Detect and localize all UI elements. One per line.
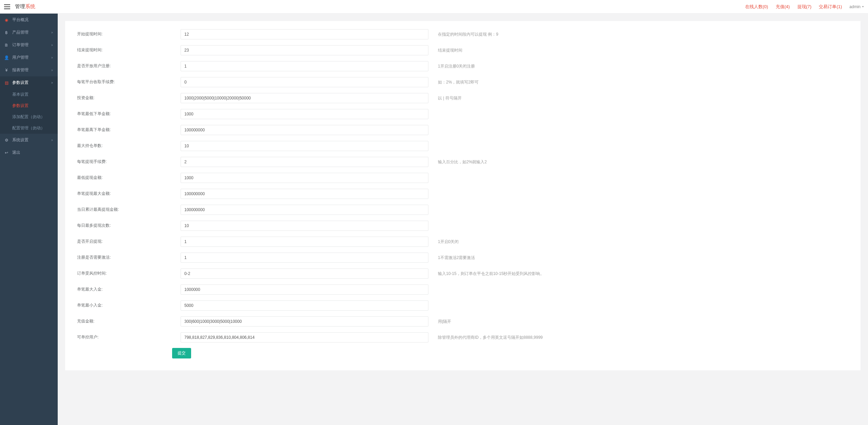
sidebar-item-6[interactable]: ⚙系统设置 <box>0 134 58 146</box>
form-input-3[interactable] <box>181 77 428 87</box>
form-input-4[interactable] <box>181 93 428 103</box>
form-label: 可单控用户: <box>77 332 181 340</box>
form-hint <box>428 284 438 287</box>
form-label: 结束提现时间: <box>77 45 181 53</box>
form-label: 每笔平台收取手续费: <box>77 77 181 85</box>
form-label: 每日最多提现次数: <box>77 221 181 228</box>
form-input-8[interactable] <box>181 157 428 167</box>
form-input-7[interactable] <box>181 141 428 151</box>
sidebar-sub-item-3[interactable]: 配置管理（勿动） <box>0 123 58 134</box>
user-menu[interactable]: admin <box>849 4 864 9</box>
form-input-19[interactable] <box>181 332 428 343</box>
form-row-18: 充值金额:用|隔开 <box>77 314 849 329</box>
form-input-5[interactable] <box>181 109 428 119</box>
form-label: 开始提现时间: <box>77 29 181 37</box>
form-row-13: 是否开启提现:1开启0关闭 <box>77 235 849 249</box>
form-label: 最低提现金额: <box>77 173 181 181</box>
form-input-12[interactable] <box>181 221 428 231</box>
form-input-2[interactable] <box>181 61 428 71</box>
form-label: 订单受风控时间: <box>77 269 181 276</box>
form-row-4: 投资金额:以 | 符号隔开 <box>77 91 849 105</box>
chevron-right-icon <box>52 44 53 46</box>
sidebar-item-1[interactable]: ฿产品管理 <box>0 26 58 39</box>
sidebar-item-label: 参数设置 <box>12 80 52 86</box>
sidebar-item-label: 报表管理 <box>12 67 52 73</box>
form-input-11[interactable] <box>181 205 428 215</box>
chevron-right-icon <box>52 139 53 141</box>
sidebar-sub-item-0[interactable]: 基本设置 <box>0 89 58 100</box>
settings-card: 开始提现时间:在指定的时间段内可以提现 例：9结束提现时间:结束提现时间是否开放… <box>65 21 861 370</box>
sidebar: ◉平台概况฿产品管理🗎订单管理👤用户管理¥报表管理▤参数设置基本设置参数设置添加… <box>0 14 58 425</box>
form-hint <box>428 125 438 127</box>
form-label: 是否开放用户注册: <box>77 61 181 69</box>
sidebar-item-label: 平台概况 <box>12 17 53 23</box>
form-hint: 1开启0关闭 <box>428 237 459 245</box>
form-hint <box>428 221 438 223</box>
form-label: 单笔最大入金: <box>77 284 181 292</box>
form-hint: 结束提现时间 <box>428 45 462 53</box>
form-input-15[interactable] <box>181 269 428 279</box>
topbar: 管理系统 在线人数(0) 充值(4) 提现(7) 交易订单(1) admin <box>0 0 868 14</box>
form-input-9[interactable] <box>181 173 428 183</box>
logo-part1: 管理 <box>15 3 25 9</box>
chevron-right-icon <box>52 32 53 34</box>
form-row-9: 最低提现金额: <box>77 171 849 185</box>
form-hint: 输入10-15，则订单在平仓之前10-15秒开始受到风控影响。 <box>428 269 544 277</box>
form-hint: 1开启注册0关闭注册 <box>428 61 475 69</box>
form-input-10[interactable] <box>181 189 428 199</box>
form-input-0[interactable] <box>181 29 428 39</box>
form-row-19: 可单控用户:除管理员外的代理商ID，多个用英文逗号隔开如8888,9999 <box>77 330 849 345</box>
form-input-16[interactable] <box>181 284 428 295</box>
form-row-12: 每日最多提现次数: <box>77 219 849 233</box>
recharge-link[interactable]: 充值(4) <box>776 4 790 10</box>
form-hint: 除管理员外的代理商ID，多个用英文逗号隔开如8888,9999 <box>428 332 543 340</box>
file-icon: 🗎 <box>4 43 9 48</box>
sidebar-item-4[interactable]: ¥报表管理 <box>0 64 58 76</box>
form-label: 注册是否需要激活: <box>77 253 181 260</box>
form-label: 每笔提现手续费: <box>77 157 181 165</box>
orders-link[interactable]: 交易订单(1) <box>819 4 842 10</box>
sidebar-sub-item-1[interactable]: 参数设置 <box>0 100 58 111</box>
form-hint <box>428 141 438 143</box>
sidebar-item-3[interactable]: 👤用户管理 <box>0 51 58 64</box>
form-input-18[interactable] <box>181 316 428 327</box>
form-label: 投资金额: <box>77 93 181 101</box>
sidebar-item-label: 产品管理 <box>12 30 52 35</box>
form-row-11: 当日累计最高提现金额: <box>77 203 849 217</box>
form-input-17[interactable] <box>181 300 428 311</box>
online-count-link[interactable]: 在线人数(0) <box>745 4 768 10</box>
sidebar-item-7[interactable]: ↩退出 <box>0 146 58 159</box>
logo: 管理系统 <box>15 3 35 10</box>
form-input-14[interactable] <box>181 253 428 263</box>
top-stats: 在线人数(0) 充值(4) 提现(7) 交易订单(1) <box>745 4 842 10</box>
sidebar-item-0[interactable]: ◉平台概况 <box>0 14 58 26</box>
sidebar-sub-item-2[interactable]: 添加配置（勿动） <box>0 111 58 123</box>
form-row-15: 订单受风控时间:输入10-15，则订单在平仓之前10-15秒开始受到风控影响。 <box>77 266 849 281</box>
withdraw-link[interactable]: 提现(7) <box>797 4 812 10</box>
sidebar-item-label: 订单管理 <box>12 42 52 48</box>
form-input-1[interactable] <box>181 45 428 55</box>
form-label: 单笔最小入金: <box>77 300 181 308</box>
sidebar-item-2[interactable]: 🗎订单管理 <box>0 39 58 51</box>
form-hint: 在指定的时间段内可以提现 例：9 <box>428 29 498 37</box>
form-row-6: 单笔最高下单金额: <box>77 123 849 137</box>
menu-toggle-icon[interactable] <box>4 3 12 11</box>
user-name: admin <box>849 4 861 9</box>
form-hint: 1不需激活2需要激活 <box>428 253 475 261</box>
chevron-right-icon <box>52 69 53 71</box>
form-input-6[interactable] <box>181 125 428 135</box>
form-hint <box>428 173 438 175</box>
caret-down-icon <box>862 6 864 7</box>
form-row-14: 注册是否需要激活:1不需激活2需要激活 <box>77 251 849 265</box>
submit-button[interactable]: 提交 <box>172 348 191 358</box>
sidebar-item-5[interactable]: ▤参数设置 <box>0 76 58 89</box>
form-row-7: 最大持仓单数: <box>77 139 849 153</box>
chevron-right-icon <box>52 82 53 84</box>
form-input-13[interactable] <box>181 237 428 247</box>
sidebar-submenu: 基本设置参数设置添加配置（勿动）配置管理（勿动） <box>0 89 58 134</box>
form-label: 单笔提现最大金额: <box>77 189 181 197</box>
form-hint: 用|隔开 <box>428 316 451 325</box>
form-row-17: 单笔最小入金: <box>77 298 849 313</box>
form-row-1: 结束提现时间:结束提现时间 <box>77 43 849 57</box>
logo-part2: 系统 <box>25 3 35 9</box>
